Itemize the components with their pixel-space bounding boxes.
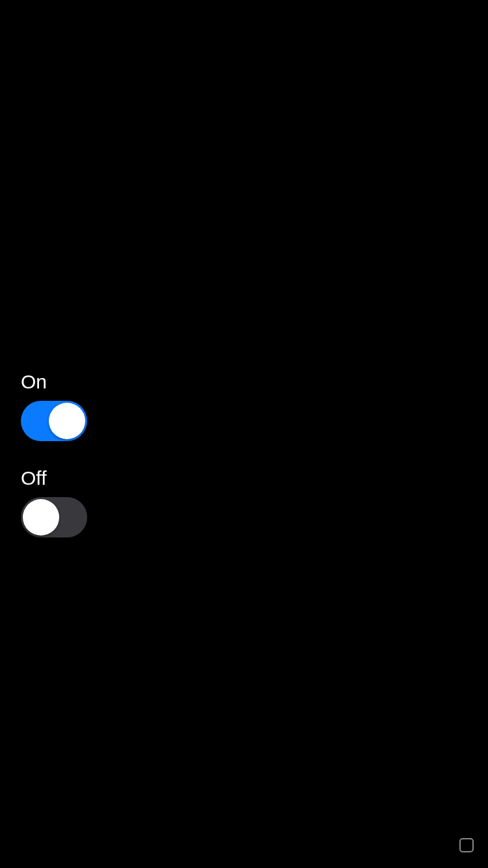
toggle-list: On Off [21, 371, 87, 563]
toggle-switch-off[interactable] [21, 497, 87, 537]
square-icon[interactable] [459, 838, 474, 852]
toggle-thumb [23, 499, 59, 536]
toggle-label-off: Off [21, 467, 87, 489]
toggle-switch-on[interactable] [21, 401, 87, 441]
toggle-thumb [49, 403, 85, 439]
toggle-group-on: On [21, 371, 87, 441]
toggle-group-off: Off [21, 467, 87, 537]
toggle-label-on: On [21, 371, 87, 393]
